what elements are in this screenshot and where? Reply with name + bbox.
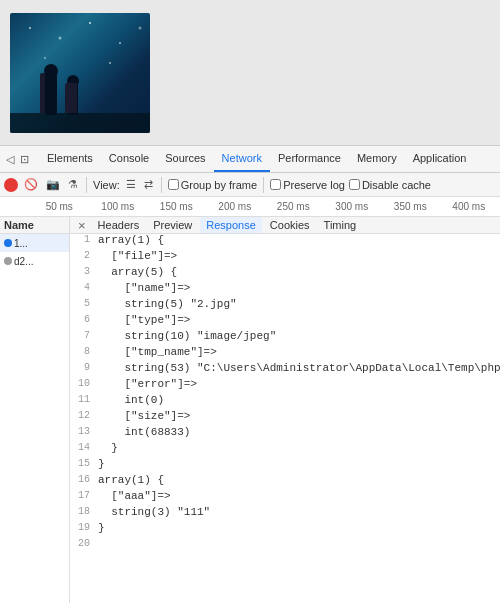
req-dot-2	[4, 257, 12, 265]
tab-application[interactable]: Application	[405, 146, 475, 172]
timeline-250ms: 250 ms	[264, 201, 323, 212]
line-content-3: array(5) {	[98, 266, 177, 278]
line-number-6: 6	[74, 314, 98, 325]
code-line-13: 13 int(68833)	[70, 426, 500, 442]
view-grid-btn[interactable]: ⇄	[142, 178, 155, 191]
line-number-15: 15	[74, 458, 98, 469]
line-number-13: 13	[74, 426, 98, 437]
line-content-8: ["tmp_name"]=>	[98, 346, 217, 358]
timeline-350ms: 350 ms	[381, 201, 440, 212]
code-line-9: 9 string(53) "C:\Users\Administrator\App…	[70, 362, 500, 378]
code-line-16: 16array(1) {	[70, 474, 500, 490]
tab-timing[interactable]: Timing	[318, 217, 363, 233]
line-content-16: array(1) {	[98, 474, 164, 486]
line-number-10: 10	[74, 378, 98, 389]
line-content-19: }	[98, 522, 105, 534]
line-number-11: 11	[74, 394, 98, 405]
timeline-100ms: 100 ms	[89, 201, 148, 212]
tab-elements[interactable]: Elements	[39, 146, 101, 172]
request-item-1[interactable]: 1...	[0, 234, 69, 252]
clear-button[interactable]: 🚫	[22, 178, 40, 191]
line-number-4: 4	[74, 282, 98, 293]
preserve-log-checkbox[interactable]	[270, 179, 281, 190]
line-number-9: 9	[74, 362, 98, 373]
tab-sources[interactable]: Sources	[157, 146, 213, 172]
svg-point-5	[44, 57, 46, 59]
tab-network[interactable]: Network	[214, 146, 270, 172]
req-dot-1	[4, 239, 12, 247]
request-list-sidebar: 1... d2...	[0, 234, 70, 603]
response-area: 1... d2... 1array(1) {2 ["file"]=>3 arra…	[0, 234, 500, 603]
tab-memory[interactable]: Memory	[349, 146, 405, 172]
timeline-400ms: 400 ms	[440, 201, 499, 212]
request-item-2[interactable]: d2...	[0, 252, 69, 270]
code-line-7: 7 string(10) "image/jpeg"	[70, 330, 500, 346]
line-content-6: ["type"]=>	[98, 314, 190, 326]
devtools-panel-btn[interactable]: ⊡	[18, 153, 31, 166]
svg-point-1	[59, 36, 62, 39]
code-line-6: 6 ["type"]=>	[70, 314, 500, 330]
name-column-header: Name	[0, 217, 70, 233]
group-by-frame-label[interactable]: Group by frame	[168, 179, 257, 191]
preview-area	[0, 0, 500, 145]
code-line-19: 19}	[70, 522, 500, 538]
line-number-17: 17	[74, 490, 98, 501]
code-line-1: 1array(1) {	[70, 234, 500, 250]
line-number-20: 20	[74, 538, 98, 549]
line-number-8: 8	[74, 346, 98, 357]
code-line-11: 11 int(0)	[70, 394, 500, 410]
close-panel-btn[interactable]: ×	[74, 218, 90, 233]
response-code-area: 1array(1) {2 ["file"]=>3 array(5) {4 ["n…	[70, 234, 500, 603]
req-name-1: 1...	[14, 238, 28, 249]
preserve-log-label[interactable]: Preserve log	[270, 179, 345, 191]
line-content-1: array(1) {	[98, 234, 164, 246]
view-label: View:	[93, 179, 120, 191]
separator-3	[263, 177, 264, 193]
line-content-2: ["file"]=>	[98, 250, 177, 262]
code-line-4: 4 ["name"]=>	[70, 282, 500, 298]
network-toolbar: 🚫 📷 ⚗ View: ☰ ⇄ Group by frame Preserve …	[0, 173, 500, 197]
line-content-18: string(3) "111"	[98, 506, 210, 518]
tab-response[interactable]: Response	[200, 217, 262, 233]
view-list-btn[interactable]: ☰	[124, 178, 138, 191]
camera-button[interactable]: 📷	[44, 178, 62, 191]
svg-point-6	[109, 62, 111, 64]
tab-cookies[interactable]: Cookies	[264, 217, 316, 233]
svg-rect-8	[45, 73, 57, 115]
line-number-5: 5	[74, 298, 98, 309]
svg-point-9	[44, 64, 58, 78]
code-line-10: 10 ["error"]=>	[70, 378, 500, 394]
line-content-4: ["name"]=>	[98, 282, 190, 294]
line-content-17: ["aaa"]=>	[98, 490, 171, 502]
line-number-16: 16	[74, 474, 98, 485]
request-detail-header: Name × Headers Preview Response Cookies …	[0, 217, 500, 234]
filter-button[interactable]: ⚗	[66, 178, 80, 191]
line-content-5: string(5) "2.jpg"	[98, 298, 237, 310]
timeline-150ms: 150 ms	[147, 201, 206, 212]
line-number-19: 19	[74, 522, 98, 533]
record-button[interactable]	[4, 178, 18, 192]
timeline-300ms: 300 ms	[323, 201, 382, 212]
group-by-frame-checkbox[interactable]	[168, 179, 179, 190]
code-line-17: 17 ["aaa"]=>	[70, 490, 500, 506]
code-line-12: 12 ["size"]=>	[70, 410, 500, 426]
tab-console[interactable]: Console	[101, 146, 157, 172]
tab-performance[interactable]: Performance	[270, 146, 349, 172]
devtools-tabs-bar: ◁ ⊡ Elements Console Sources Network Per…	[0, 145, 500, 173]
code-line-2: 2 ["file"]=>	[70, 250, 500, 266]
code-line-18: 18 string(3) "111"	[70, 506, 500, 522]
disable-cache-label[interactable]: Disable cache	[349, 179, 431, 191]
line-content-15: }	[98, 458, 105, 470]
tab-headers[interactable]: Headers	[92, 217, 146, 233]
line-content-9: string(53) "C:\Users\Administrator\AppDa…	[98, 362, 500, 374]
line-content-11: int(0)	[98, 394, 164, 406]
svg-point-0	[29, 27, 31, 29]
disable-cache-checkbox[interactable]	[349, 179, 360, 190]
main-content: Name × Headers Preview Response Cookies …	[0, 217, 500, 603]
code-line-20: 20	[70, 538, 500, 554]
tab-preview[interactable]: Preview	[147, 217, 198, 233]
line-content-10: ["error"]=>	[98, 378, 197, 390]
timeline-200ms: 200 ms	[206, 201, 265, 212]
line-content-14: }	[98, 442, 118, 454]
devtools-arrow-btn[interactable]: ◁	[4, 153, 16, 166]
